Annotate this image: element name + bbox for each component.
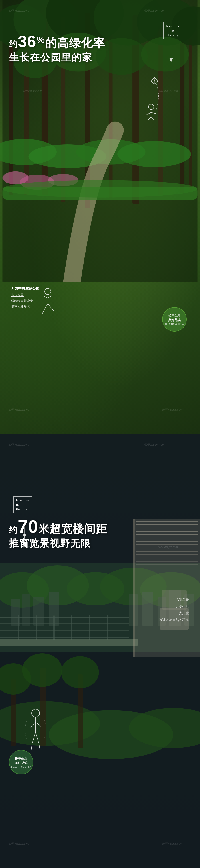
watermark-1: 仙图 xianpic.com [9, 9, 29, 13]
svg-rect-86 [135, 551, 198, 552]
watermark-4: 仙图 xianpic.com [158, 89, 178, 93]
svg-rect-80 [135, 531, 198, 532]
svg-rect-75 [0, 639, 138, 646]
svg-point-102 [61, 656, 99, 688]
svg-rect-89 [135, 561, 198, 562]
panel1-tag-box: New Life in the city [163, 22, 182, 39]
svg-rect-79 [135, 528, 198, 528]
svg-point-32 [149, 104, 154, 110]
panel-1: New Life in the city 约36%的高绿化率 生长在公园里的家 … [0, 0, 200, 434]
svg-rect-67 [0, 630, 129, 631]
svg-line-48 [51, 308, 54, 312]
svg-rect-71 [53, 616, 55, 640]
svg-rect-76 [133, 519, 200, 657]
watermark-2: 仙图 xianpic.com [144, 9, 164, 13]
svg-rect-74 [107, 616, 108, 640]
svg-line-110 [31, 743, 32, 750]
svg-rect-81 [135, 534, 198, 535]
panel2-badge: 悦享生活美好兑现 BEAUTIFUL ONLY [9, 750, 33, 774]
balcony-figure-decoration [22, 708, 49, 752]
panel2-tag-box: New Life in the city [13, 496, 32, 514]
svg-rect-57 [22, 594, 30, 625]
svg-line-35 [151, 113, 156, 114]
panel-2: New Life in the city 约70米超宽楼间距 推窗览景视野无限 … [0, 434, 200, 868]
svg-line-107 [30, 722, 36, 728]
svg-rect-87 [135, 554, 198, 555]
p2-watermark-6: 仙图 xianpic.com [162, 842, 182, 846]
svg-marker-31 [169, 58, 173, 62]
p2-watermark-3: 仙图 xianpic.com [22, 545, 42, 549]
svg-line-45 [44, 304, 48, 309]
svg-rect-70 [36, 616, 37, 640]
arrow-decoration [167, 44, 175, 62]
svg-line-111 [36, 732, 39, 743]
running-figure-decoration [38, 287, 58, 316]
svg-line-47 [48, 304, 51, 308]
kite-figure-decoration [138, 76, 164, 120]
svg-point-105 [32, 709, 40, 717]
svg-rect-69 [18, 616, 19, 640]
panel1-background [0, 0, 200, 434]
p2-watermark-5: 仙图 xianpic.com [9, 842, 29, 846]
svg-rect-90 [135, 564, 198, 565]
svg-rect-66 [0, 623, 129, 624]
svg-point-101 [22, 653, 62, 687]
svg-rect-82 [135, 537, 198, 538]
p2-watermark-2: 仙图 xianpic.com [144, 443, 164, 447]
svg-rect-68 [0, 637, 129, 639]
svg-line-36 [148, 117, 151, 120]
svg-rect-77 [135, 521, 198, 522]
panel2-headline: 约70米超宽楼间距 推窗览景视野无限 [9, 517, 107, 550]
panel1-headline: 约36%的高绿化率 生长在公园里的家 [9, 32, 105, 64]
svg-line-43 [43, 296, 48, 298]
svg-line-37 [151, 117, 154, 120]
watermark-3: 仙图 xianpic.com [22, 89, 42, 93]
svg-rect-73 [89, 616, 90, 640]
svg-line-112 [39, 743, 40, 750]
panel1-park-info: 万方中央主题公园 步步皆景 满园绿意惹萦绕 悦享园林秘境 [11, 286, 40, 309]
svg-rect-58 [33, 596, 44, 625]
svg-rect-88 [135, 558, 198, 558]
svg-line-34 [147, 113, 151, 115]
svg-line-44 [48, 296, 52, 298]
svg-line-109 [32, 732, 36, 743]
watermark-6: 仙图 xianpic.com [162, 408, 182, 412]
svg-rect-65 [0, 617, 129, 618]
svg-rect-78 [135, 524, 198, 525]
svg-rect-72 [71, 616, 73, 640]
svg-rect-93 [133, 519, 135, 657]
svg-point-41 [45, 288, 51, 294]
watermark-5: 仙图 xianpic.com [9, 408, 29, 412]
svg-line-46 [42, 309, 44, 314]
p2-watermark-4: 仙图 xianpic.com [158, 545, 178, 549]
panel1-badge: 悦享生活美好兑现 BEAUTIFUL ONLY [162, 307, 187, 332]
svg-rect-83 [135, 541, 198, 542]
panel2-right-info: 远眺美景 近享生活 大尺度 拉近人与自然的距离 [159, 596, 189, 623]
p2-watermark-1: 仙图 xianpic.com [9, 443, 29, 447]
svg-line-108 [36, 722, 41, 726]
svg-rect-84 [135, 544, 198, 545]
